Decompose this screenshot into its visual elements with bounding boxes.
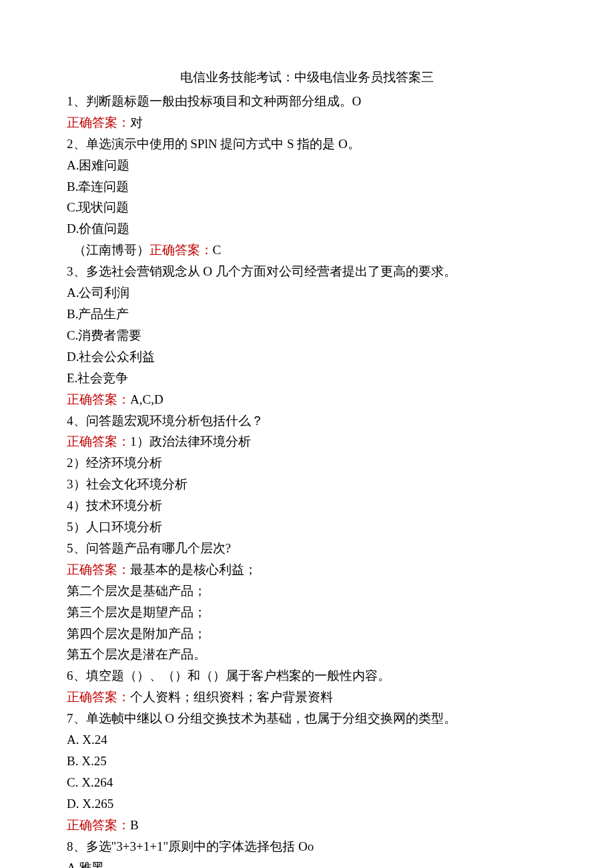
answer-value: 1）政治法律环境分析 (130, 434, 251, 448)
q7-text: 7、单选帧中继以 O 分组交换技术为基础，也属于分组交换网的类型。 (67, 708, 547, 729)
q7-answer: 正确答案：B (67, 815, 547, 836)
q7-opt-d: D. X.265 (67, 793, 547, 815)
answer-value: A,C,D (130, 392, 164, 406)
answer-label: 正确答案： (67, 434, 130, 448)
q5-line3: 第三个层次是期望产品； (67, 602, 547, 623)
q4-answer: 正确答案：1）政治法律环境分析 (67, 431, 547, 452)
q8-text: 8、多选"3+3+1+1"原则中的字体选择包括 Oo (67, 836, 547, 857)
document-title: 电信业务技能考试：中级电信业务员找答案三 (67, 67, 547, 88)
q1-answer: 正确答案：对 (67, 112, 547, 133)
q8-opt-a: A.雅黑 (67, 857, 547, 868)
q2-answer: （江南博哥）正确答案：C (67, 240, 547, 261)
q4-line3: 3）社会文化环境分析 (67, 474, 547, 495)
q5-answer: 正确答案：最基本的是核心利益； (67, 559, 547, 580)
q4-line4: 4）技术环境分析 (67, 495, 547, 516)
q6-text: 6、填空题（）、（）和（）属于客户档案的一般性内容。 (67, 665, 547, 687)
q5-line4: 第四个层次是附加产品； (67, 623, 547, 644)
answer-value: 个人资料；组织资料；客户背景资料 (130, 690, 333, 704)
answer-value: 对 (130, 115, 143, 129)
answer-value: 最基本的是核心利益； (130, 562, 257, 576)
q6-answer: 正确答案：个人资料；组织资料；客户背景资料 (67, 687, 547, 708)
q1-text: 1、判断题标题一般由投标项目和文种两部分组成。O (67, 91, 547, 112)
q7-opt-a: A. X.24 (67, 729, 547, 751)
answer-label: 正确答案： (67, 392, 130, 406)
answer-value: C (213, 243, 222, 257)
q2-opt-a: A.困难问题 (67, 155, 547, 176)
q3-opt-c: C.消费者需要 (67, 325, 547, 346)
q3-opt-b: B.产品生产 (67, 304, 547, 325)
answer-label: 正确答案： (149, 243, 213, 257)
q7-opt-b: B. X.25 (67, 751, 547, 772)
q3-text: 3、多选社会营销观念从 O 几个方面对公司经营者提出了更高的要求。 (67, 261, 547, 282)
q2-text: 2、单选演示中使用的 SPlN 提问方式中 S 指的是 O。 (67, 133, 547, 155)
q5-line5: 第五个层次是潜在产品。 (67, 644, 547, 665)
q3-answer: 正确答案：A,C,D (67, 389, 547, 410)
q4-line2: 2）经济环境分析 (67, 452, 547, 474)
q5-line2: 第二个层次是基础产品； (67, 580, 547, 602)
q5-text: 5、问答题产品有哪几个层次? (67, 538, 547, 559)
q2-opt-c: C.现状问题 (67, 197, 547, 218)
answer-label: 正确答案： (67, 818, 130, 832)
q2-source: （江南博哥） (67, 243, 149, 257)
answer-label: 正确答案： (67, 562, 130, 576)
q4-text: 4、问答题宏观环境分析包括什么？ (67, 410, 547, 432)
answer-label: 正确答案： (67, 690, 130, 704)
q4-line5: 5）人口环境分析 (67, 516, 547, 538)
answer-label: 正确答案： (67, 115, 130, 129)
q2-opt-d: D.价值问题 (67, 218, 547, 240)
answer-value: B (130, 818, 139, 832)
q3-opt-d: D.社会公众利益 (67, 346, 547, 368)
q3-opt-a: A.公司利润 (67, 282, 547, 304)
q3-opt-e: E.社会竞争 (67, 368, 547, 389)
q2-opt-b: B.牵连问题 (67, 176, 547, 197)
q7-opt-c: C. X.264 (67, 772, 547, 793)
